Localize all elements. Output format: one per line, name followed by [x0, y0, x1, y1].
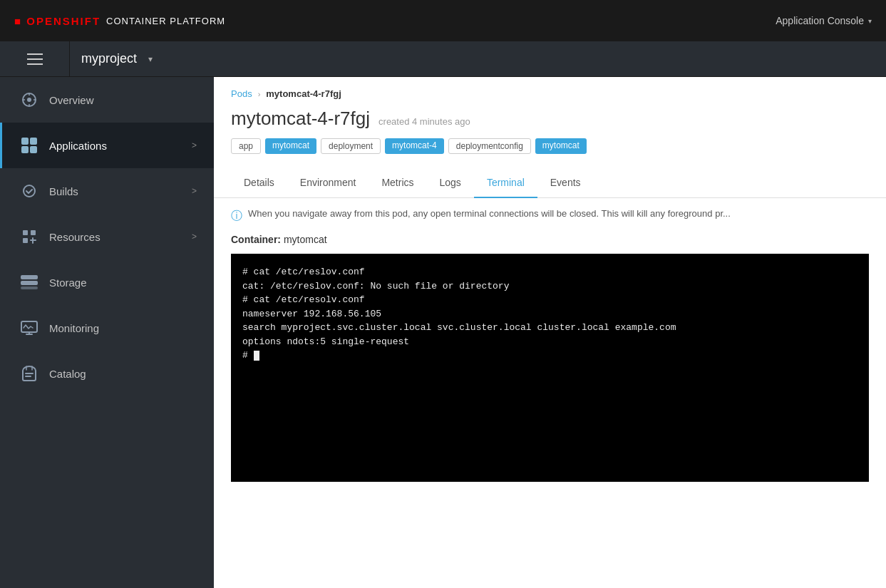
page-header: mytomcat-4-r7fgj created 4 minutes ago a…	[214, 99, 886, 165]
sidebar-item-catalog[interactable]: Catalog	[0, 351, 214, 396]
sidebar-item-overview[interactable]: Overview	[0, 77, 214, 123]
sidebar: Overview Applications >	[0, 77, 214, 588]
svg-rect-10	[21, 275, 38, 279]
terminal-line: nameserver 192.168.56.105	[242, 307, 857, 321]
chevron-right-icon: >	[192, 232, 197, 242]
sidebar-item-resources[interactable]: Resources >	[0, 214, 214, 259]
catalog-icon	[19, 363, 39, 383]
terminal-line: options ndots:5 single-request	[242, 335, 857, 349]
svg-rect-7	[23, 230, 28, 235]
sidebar-item-label: Resources	[49, 231, 101, 243]
tab-events[interactable]: Events	[537, 168, 594, 198]
hamburger-button[interactable]	[0, 41, 70, 77]
tab-logs[interactable]: Logs	[427, 168, 474, 198]
hamburger-icon	[27, 53, 43, 65]
sidebar-item-label: Storage	[49, 277, 87, 289]
svg-rect-5	[30, 146, 37, 153]
sidebar-item-label: Monitoring	[49, 322, 99, 334]
svg-point-6	[24, 185, 35, 197]
sidebar-item-label: Applications	[49, 140, 107, 152]
chevron-right-icon: >	[192, 186, 197, 196]
svg-rect-4	[21, 146, 29, 153]
sidebar-item-storage[interactable]: Storage	[0, 259, 214, 305]
brand-logo: ■ OPENSHIFT	[14, 15, 101, 27]
resources-icon	[19, 227, 39, 247]
svg-point-1	[27, 98, 31, 102]
svg-rect-11	[21, 281, 38, 285]
svg-rect-2	[21, 138, 29, 145]
project-bar: myproject ▾	[0, 41, 886, 77]
sidebar-item-label: Overview	[49, 94, 94, 106]
sidebar-item-builds[interactable]: Builds >	[0, 168, 214, 214]
monitoring-icon	[19, 318, 39, 338]
container-name: mytomcat	[284, 234, 327, 245]
sidebar-item-label: Catalog	[49, 368, 86, 380]
sidebar-item-applications[interactable]: Applications >	[0, 123, 214, 168]
overview-icon	[19, 90, 39, 110]
tag-deployment[interactable]: deployment	[321, 138, 381, 154]
info-bar: ⓘ When you navigate away from this pod, …	[214, 198, 886, 234]
svg-rect-9	[23, 238, 28, 243]
console-chevron-icon: ▾	[868, 17, 872, 25]
tabs-bar: DetailsEnvironmentMetricsLogsTerminalEve…	[214, 168, 886, 198]
breadcrumb: Pods › mytomcat-4-r7fgj	[214, 77, 886, 99]
terminal-line: search myproject.svc.cluster.local svc.c…	[242, 321, 857, 335]
brand-subtitle: CONTAINER PLATFORM	[106, 16, 225, 26]
tag-mytomcat[interactable]: mytomcat	[535, 138, 587, 154]
breadcrumb-parent-link[interactable]: Pods	[231, 88, 252, 99]
tab-terminal[interactable]: Terminal	[474, 168, 537, 198]
tab-metrics[interactable]: Metrics	[369, 168, 426, 198]
terminal[interactable]: # cat /etc/reslov.confcat: /etc/reslov.c…	[231, 254, 869, 482]
terminal-line: #	[242, 349, 857, 363]
project-chevron-icon[interactable]: ▾	[148, 54, 153, 64]
sidebar-item-monitoring[interactable]: Monitoring	[0, 305, 214, 351]
page-title-row: mytomcat-4-r7fgj created 4 minutes ago	[231, 108, 869, 130]
svg-rect-12	[21, 287, 38, 289]
tag-deploymentconfig[interactable]: deploymentconfig	[448, 138, 531, 154]
tags-container: appmytomcatdeploymentmytomcat-4deploymen…	[231, 138, 869, 154]
info-icon: ⓘ	[231, 209, 242, 224]
created-text: created 4 minutes ago	[378, 116, 470, 127]
tab-details[interactable]: Details	[231, 168, 287, 198]
container-label-row: Container: mytomcat	[214, 234, 886, 254]
terminal-cursor	[254, 351, 259, 361]
top-nav: ■ OPENSHIFT CONTAINER PLATFORM Applicati…	[0, 0, 886, 41]
info-message: When you navigate away from this pod, an…	[248, 208, 731, 219]
breadcrumb-separator: ›	[258, 90, 261, 98]
tag-mytomcat-4[interactable]: mytomcat-4	[385, 138, 444, 154]
container-label-text: Container:	[231, 234, 281, 245]
console-label: Application Console	[776, 15, 864, 26]
storage-icon	[19, 272, 39, 292]
brand: ■ OPENSHIFT CONTAINER PLATFORM	[14, 15, 225, 27]
main-content: Pods › mytomcat-4-r7fgj mytomcat-4-r7fgj…	[214, 77, 886, 588]
builds-icon	[19, 181, 39, 201]
terminal-line: cat: /etc/reslov.conf: No such file or d…	[242, 279, 857, 294]
terminal-line: # cat /etc/reslov.conf	[242, 265, 857, 279]
tag-mytomcat[interactable]: mytomcat	[265, 138, 316, 154]
svg-rect-3	[30, 138, 37, 145]
tab-environment[interactable]: Environment	[287, 168, 369, 198]
svg-rect-8	[31, 230, 36, 235]
breadcrumb-current: mytomcat-4-r7fgj	[266, 88, 341, 99]
tag-app[interactable]: app	[231, 138, 261, 154]
console-selector[interactable]: Application Console ▾	[776, 15, 872, 26]
sidebar-item-label: Builds	[49, 185, 78, 197]
terminal-line: # cat /etc/resolv.conf	[242, 293, 857, 307]
page-title: mytomcat-4-r7fgj	[231, 108, 370, 130]
main-layout: Overview Applications >	[0, 77, 886, 588]
project-name: myproject	[70, 51, 148, 66]
applications-icon	[19, 135, 39, 155]
chevron-right-icon: >	[192, 140, 197, 150]
